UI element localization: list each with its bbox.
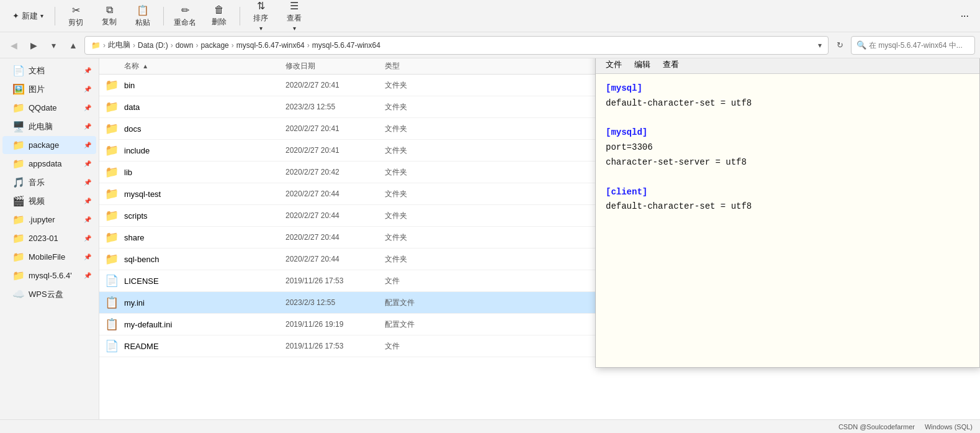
file-date-sql-bench: 2020/2/27 20:44 xyxy=(285,255,385,263)
file-type-LICENSE: 文件 xyxy=(385,276,447,286)
sort-button[interactable]: ⇅ 排序 ▾ xyxy=(245,0,276,34)
file-date-scripts: 2020/2/27 20:44 xyxy=(285,211,385,220)
file-type-README: 文件 xyxy=(385,341,447,352)
up-button[interactable]: ▲ xyxy=(65,37,82,54)
header-name[interactable]: 名称 ▲ xyxy=(99,61,285,71)
file-icon-data: 📁 xyxy=(99,100,124,114)
more-button[interactable]: ··· xyxy=(956,8,974,24)
sidebar-item-thispc[interactable]: 🖥️ 此电脑 📌 xyxy=(2,117,96,135)
file-name-my-ini: my.ini xyxy=(124,298,285,308)
pin-icon-mysql564: 📌 xyxy=(84,272,91,279)
mysqld-port-key: port=3306 xyxy=(606,142,653,152)
breadcrumb-down[interactable]: down xyxy=(176,41,194,50)
watermark-text: CSDN @Soulcodefarmer xyxy=(838,423,915,431)
file-type-my-ini: 配置文件 xyxy=(385,298,447,308)
file-name-bin: bin xyxy=(124,81,285,90)
file-icon-mysql-test: 📁 xyxy=(99,187,124,201)
sidebar-item-mobilefile[interactable]: 📁 MobileFile 📌 xyxy=(2,248,96,266)
notepad-file-menu[interactable]: 文件 xyxy=(601,58,627,72)
sidebar-item-pictures[interactable]: 🖼️ 图片 📌 xyxy=(2,80,96,98)
breadcrumb-icon: 📁 xyxy=(91,41,101,50)
sidebar-item-jupyter[interactable]: 📁 .jupyter 📌 xyxy=(2,211,96,229)
refresh-button[interactable]: ↻ xyxy=(831,37,848,54)
rename-icon: ✏ xyxy=(181,4,189,16)
statusbar: CSDN @Soulcodefarmer Windows (SQL) xyxy=(0,419,980,433)
search-icon: 🔍 xyxy=(856,40,866,50)
music-icon: 🎵 xyxy=(12,176,25,188)
copy-icon: ⧉ xyxy=(106,4,113,16)
file-date-bin: 2020/2/27 20:41 xyxy=(285,81,385,89)
file-icon-sql-bench: 📁 xyxy=(99,252,124,266)
file-type-my-default-ini: 配置文件 xyxy=(385,319,447,330)
sidebar-label-documents: 文档 xyxy=(29,65,45,76)
sidebar-item-mysql564[interactable]: 📁 mysql-5.6.4' 📌 xyxy=(2,267,96,285)
paste-button[interactable]: 📋 粘贴 xyxy=(127,2,158,30)
file-icon-share: 📁 xyxy=(99,230,124,244)
sidebar-item-videos[interactable]: 🎬 视频 📌 xyxy=(2,192,96,210)
file-name-README: README xyxy=(124,342,285,351)
jupyter-icon: 📁 xyxy=(12,214,25,226)
pin-icon-documents: 📌 xyxy=(84,67,91,74)
pictures-icon: 🖼️ xyxy=(12,83,25,95)
appsdata-icon: 📁 xyxy=(12,158,25,170)
sidebar-item-2023-01[interactable]: 📁 2023-01 📌 xyxy=(2,229,96,247)
sidebar: 📄 文档 📌 🖼️ 图片 📌 📁 QQdate 📌 🖥️ 此电脑 📌 📁 pac… xyxy=(0,58,99,419)
file-type-docs: 文件夹 xyxy=(385,124,447,134)
file-name-data: data xyxy=(124,103,285,112)
notepad-content[interactable]: [mysql] default-character-set = utf8 [my… xyxy=(596,74,979,367)
breadcrumb-package[interactable]: package xyxy=(200,41,228,50)
file-type-share: 文件夹 xyxy=(385,232,447,243)
sidebar-item-qqdate[interactable]: 📁 QQdate 📌 xyxy=(2,99,96,117)
breadcrumb-dropdown-icon[interactable]: ▾ xyxy=(818,41,822,50)
breadcrumb-drive[interactable]: Data (D:) xyxy=(138,41,168,50)
breadcrumb[interactable]: 📁 › 此电脑 › Data (D:) › down › package › m… xyxy=(84,36,829,55)
mysql-section-header: [mysql] xyxy=(606,83,642,93)
wps-icon: ☁️ xyxy=(12,288,25,300)
file-icon-my-ini: 📋 xyxy=(99,296,124,309)
sidebar-item-appsdata[interactable]: 📁 appsdata 📌 xyxy=(2,155,96,173)
sidebar-label-videos: 视频 xyxy=(29,196,45,207)
pin-icon-pictures: 📌 xyxy=(84,86,91,93)
breadcrumb-mysql2[interactable]: mysql-5.6.47-winx64 xyxy=(312,41,380,50)
pin-icon-package: 📌 xyxy=(84,142,91,148)
delete-button[interactable]: 🗑 删除 xyxy=(204,2,235,30)
cut-button[interactable]: ✂ 剪切 xyxy=(60,2,91,30)
mysqld-section-header: [mysqld] xyxy=(606,127,647,137)
sidebar-item-package[interactable]: 📁 package 📌 xyxy=(2,136,96,154)
recent-locations-button[interactable]: ▾ xyxy=(45,37,62,54)
file-type-lib: 文件夹 xyxy=(385,167,447,178)
addressbar: ◀ ▶ ▾ ▲ 📁 › 此电脑 › Data (D:) › down › pac… xyxy=(0,32,980,58)
search-bar[interactable]: 🔍 xyxy=(851,36,975,55)
2023-01-icon: 📁 xyxy=(12,232,25,244)
pin-icon-mobilefile: 📌 xyxy=(84,253,91,260)
sidebar-item-music[interactable]: 🎵 音乐 📌 xyxy=(2,173,96,191)
file-name-my-default-ini: my-default.ini xyxy=(124,320,285,329)
breadcrumb-thispc[interactable]: 此电脑 xyxy=(108,40,130,50)
file-date-include: 2020/2/27 20:41 xyxy=(285,146,385,155)
file-name-scripts: scripts xyxy=(124,211,285,221)
file-date-data: 2023/2/3 12:55 xyxy=(285,103,385,111)
file-icon-LICENSE: 📄 xyxy=(99,274,124,288)
search-input[interactable] xyxy=(869,41,969,50)
file-name-LICENSE: LICENSE xyxy=(124,276,285,286)
notepad-view-menu[interactable]: 查看 xyxy=(658,58,684,72)
copy-button[interactable]: ⧉ 复制 xyxy=(94,2,125,30)
forward-button[interactable]: ▶ xyxy=(25,37,42,54)
new-button[interactable]: ✦ 新建 ▾ xyxy=(6,7,50,25)
header-type[interactable]: 类型 xyxy=(385,61,447,71)
view-button[interactable]: ☰ 查看 ▾ xyxy=(279,0,310,34)
new-icon: ✦ xyxy=(12,11,19,21)
breadcrumb-sep-2: › xyxy=(171,41,173,50)
file-date-LICENSE: 2019/11/26 17:53 xyxy=(285,276,385,285)
client-section-header: [client] xyxy=(606,187,647,197)
header-date[interactable]: 修改日期 xyxy=(285,61,385,71)
sidebar-label-qqdate: QQdate xyxy=(29,103,57,112)
sidebar-item-wps[interactable]: ☁️ WPS云盘 xyxy=(2,285,96,303)
notepad-edit-menu[interactable]: 编辑 xyxy=(629,58,655,72)
rename-button[interactable]: ✏ 重命名 xyxy=(169,2,201,30)
back-button[interactable]: ◀ xyxy=(5,37,22,54)
sidebar-item-documents[interactable]: 📄 文档 📌 xyxy=(2,62,96,80)
view-chevron-icon: ▾ xyxy=(293,25,296,32)
breadcrumb-sep-5: › xyxy=(307,41,310,50)
breadcrumb-mysql1[interactable]: mysql-5.6.47-winx64 xyxy=(236,41,305,50)
